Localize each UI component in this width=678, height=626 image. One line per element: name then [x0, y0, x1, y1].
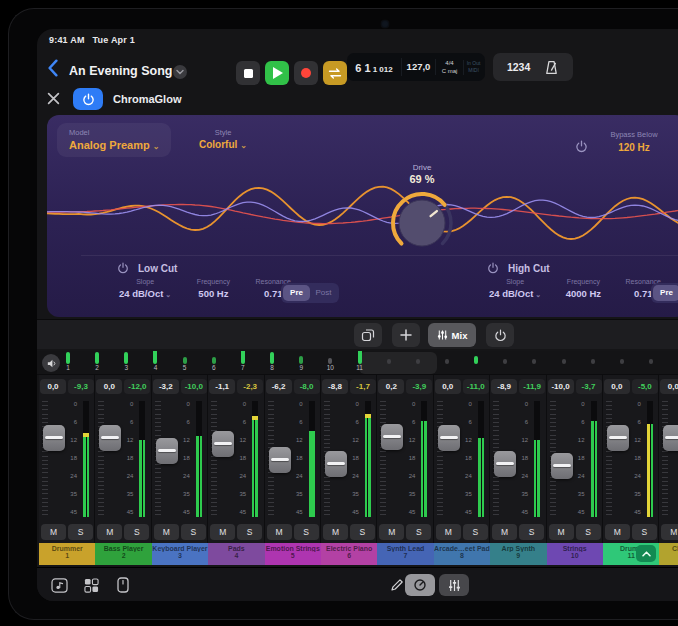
mute-button[interactable]: M [97, 524, 122, 540]
record-button[interactable] [294, 61, 318, 85]
volume-fader[interactable] [99, 425, 121, 451]
volume-readout[interactable]: 0,0 [40, 379, 66, 394]
mute-button[interactable]: M [379, 524, 404, 540]
track-label-3[interactable]: Keyboard Player3 [152, 543, 208, 565]
frequency-field[interactable]: Frequency500 Hz [197, 278, 230, 299]
wave-display [47, 167, 678, 257]
play-surface-button[interactable] [113, 575, 133, 595]
plugin-tiles-button[interactable] [354, 323, 382, 347]
play-button[interactable] [265, 61, 289, 85]
channel-strip-7: 0,2-3,9061218243545MSSynth Lead7 [377, 375, 433, 565]
volume-fader[interactable] [156, 438, 178, 464]
mixer-view-button[interactable] [439, 574, 469, 596]
close-plugin-button[interactable] [47, 91, 63, 107]
channel-power-button[interactable] [486, 323, 514, 347]
mute-button[interactable]: M [210, 524, 235, 540]
bar-ruler[interactable]: 1234567891011 [37, 351, 678, 375]
solo-button[interactable]: S [68, 524, 93, 540]
collapse-mixer-button[interactable] [636, 545, 656, 562]
volume-fader[interactable] [43, 425, 65, 451]
volume-readout[interactable]: 0,0 [435, 379, 461, 394]
mute-button[interactable]: M [492, 524, 517, 540]
controls-view-button[interactable] [405, 574, 435, 596]
mute-button[interactable]: M [661, 524, 678, 540]
volume-fader[interactable] [607, 425, 629, 451]
back-button[interactable] [47, 59, 63, 79]
edit-button[interactable] [387, 575, 407, 595]
mute-button[interactable]: M [549, 524, 574, 540]
volume-fader[interactable] [269, 447, 291, 473]
track-label-4[interactable]: Pads4 [208, 543, 264, 565]
volume-fader[interactable] [381, 424, 403, 450]
slope-field[interactable]: Slope24 dB/Oct⌄ [489, 278, 541, 299]
slope-field[interactable]: Slope24 dB/Oct⌄ [119, 278, 171, 299]
track-label-6[interactable]: Electric Piano6 [321, 543, 377, 565]
solo-button[interactable]: S [463, 524, 488, 540]
volume-readout[interactable]: -6,2 [266, 379, 292, 394]
volume-fader[interactable] [325, 451, 347, 477]
mute-button[interactable]: M [605, 524, 630, 540]
pre-option[interactable]: Pre [653, 285, 678, 301]
volume-readout[interactable]: 0,2 [378, 379, 404, 394]
song-title[interactable]: An Evening Song [69, 64, 172, 78]
volume-fader[interactable] [212, 431, 234, 457]
track-label-5[interactable]: Emotion Strings5 [265, 543, 321, 565]
mute-button[interactable]: M [436, 524, 461, 540]
track-label-9[interactable]: Arp Synth9 [490, 543, 546, 565]
solo-button[interactable]: S [294, 524, 319, 540]
solo-button[interactable]: S [519, 524, 544, 540]
browser-button[interactable] [81, 575, 101, 595]
loop-browser-button[interactable] [49, 575, 69, 595]
bypass-power-button[interactable] [575, 139, 588, 157]
plugin-power-button[interactable] [73, 88, 103, 110]
solo-button[interactable]: S [237, 524, 262, 540]
track-label-1[interactable]: Drummer1 [39, 543, 95, 565]
solo-button[interactable]: S [576, 524, 601, 540]
volume-readout[interactable]: -10,0 [548, 379, 574, 394]
frequency-field[interactable]: Frequency4000 Hz [566, 278, 601, 299]
track-label-10[interactable]: Strings10 [547, 543, 603, 565]
power-icon[interactable] [117, 262, 129, 274]
volume-fader[interactable] [551, 453, 573, 479]
mute-button[interactable]: M [41, 524, 66, 540]
power-icon[interactable] [487, 262, 499, 274]
drive-knob[interactable] [384, 185, 460, 261]
post-option[interactable]: Post [310, 285, 337, 301]
keyboard-icon [117, 577, 129, 593]
model-selector[interactable]: Model Analog Preamp⌄ [57, 123, 171, 157]
volume-readout[interactable]: 0,0 [96, 379, 122, 394]
track-label-2[interactable]: Bass Player2 [95, 543, 151, 565]
solo-button[interactable]: S [632, 524, 657, 540]
solo-button[interactable]: S [124, 524, 149, 540]
volume-fader[interactable] [438, 425, 460, 451]
volume-readout[interactable]: -8,8 [322, 379, 348, 394]
mute-button[interactable]: M [323, 524, 348, 540]
bypass-below-field[interactable]: Bypass Below 120 Hz [595, 130, 673, 153]
mute-button[interactable]: M [154, 524, 179, 540]
volume-readout[interactable]: -8,9 [491, 379, 517, 394]
count-in-button[interactable]: 1234 [507, 61, 530, 73]
track-label-7[interactable]: Synth Lead7 [377, 543, 433, 565]
track-label-8[interactable]: Arcade…eet Pad8 [434, 543, 490, 565]
metronome-icon[interactable] [544, 60, 559, 75]
solo-button[interactable]: S [181, 524, 206, 540]
mix-view-button[interactable]: Mix [428, 323, 476, 347]
volume-readout[interactable]: 0,0 [604, 379, 630, 394]
volume-readout[interactable]: -1,1 [209, 379, 235, 394]
add-plugin-button[interactable] [392, 323, 420, 347]
cycle-button[interactable] [323, 61, 347, 85]
solo-button[interactable]: S [406, 524, 431, 540]
pre-option[interactable]: Pre [283, 285, 310, 301]
stop-button[interactable] [236, 61, 260, 85]
style-selector[interactable]: Style Colorful⌄ [199, 128, 247, 150]
volume-readout[interactable]: 0,0 [660, 379, 678, 394]
song-menu-button[interactable] [173, 65, 187, 79]
volume-readout[interactable]: -3,2 [153, 379, 179, 394]
volume-fader[interactable] [494, 451, 516, 477]
mute-button[interactable]: M [267, 524, 292, 540]
solo-button[interactable]: S [350, 524, 375, 540]
lcd-display[interactable]: 6 11 012 127,0 4/4C maj In OutMIDI [347, 53, 485, 81]
track-label-12[interactable]: Chorus V12 [659, 543, 678, 565]
volume-fader[interactable] [663, 425, 678, 451]
track-label-11[interactable]: Drums11 [603, 543, 659, 565]
